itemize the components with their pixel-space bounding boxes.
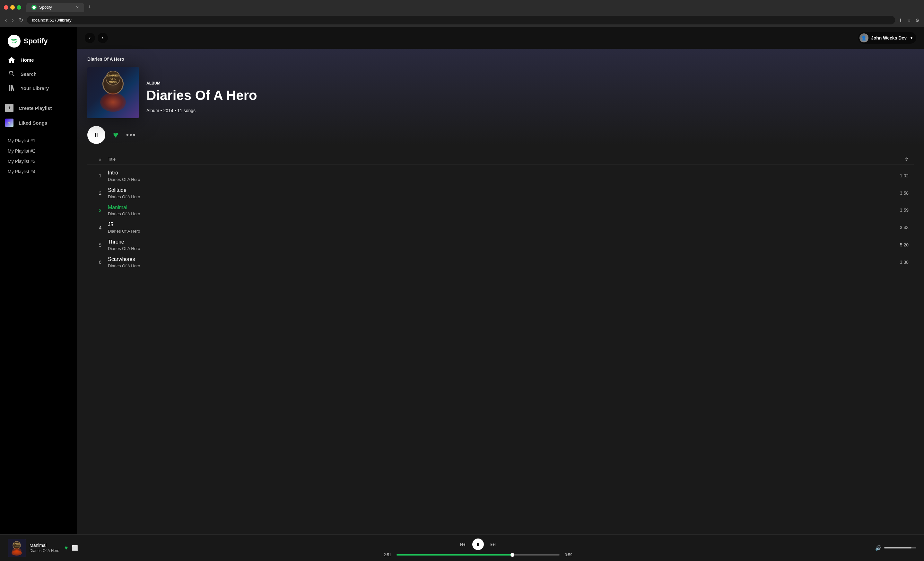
album-more-button[interactable]: ••• (126, 131, 136, 140)
player-album-thumbnail: DIARIES OF A HERO (8, 539, 26, 557)
player-controls: ⏮ ⏸ ⏭ 2:51 3:59 (103, 538, 854, 557)
album-type: Album (146, 81, 914, 86)
svg-text:OF A HERO: OF A HERO (13, 545, 20, 547)
sidebar-playlist-3[interactable]: My Playlist #3 (0, 156, 77, 167)
skip-next-icon: ⏭ (490, 541, 496, 547)
main-header: ‹ › 👤 John Weeks Dev ▾ (77, 27, 924, 49)
reload-button[interactable]: ↻ (18, 16, 24, 24)
maximize-traffic-light[interactable] (17, 5, 21, 10)
track-row[interactable]: 1 Intro Diaries Of A Hero 1:02 (87, 167, 914, 184)
svg-point-12 (12, 550, 22, 555)
track-duration-6: 3:38 (883, 260, 909, 265)
tab-close-button[interactable]: ✕ (76, 5, 79, 10)
address-bar-row: ‹ › ↻ ⬇ ☆ ⚙ (0, 15, 924, 27)
close-traffic-light[interactable] (4, 5, 8, 10)
user-name: John Weeks Dev (871, 35, 907, 41)
user-avatar-inner: 👤 (860, 33, 868, 42)
svg-text:HERO: HERO (109, 80, 117, 83)
track-album-1: Diaries Of A Hero (108, 177, 883, 182)
album-year: 2014 (163, 108, 173, 113)
user-profile[interactable]: 👤 John Weeks Dev ▾ (858, 32, 916, 44)
sidebar-item-home[interactable]: Home (3, 53, 75, 67)
more-icon: ••• (126, 131, 136, 139)
progress-bar[interactable] (396, 554, 560, 555)
album-page: Diaries Of A Hero DIARIES OF A HERO Albu… (77, 49, 924, 278)
track-row-5[interactable]: 5 Throne Diaries Of A Hero 5:20 (87, 236, 914, 254)
liked-songs-label: Liked Songs (19, 120, 47, 126)
player-track-details: Manimal Diaries Of A Hero (30, 543, 59, 553)
track-num-2: 2 (93, 190, 108, 196)
user-dropdown-icon: ▾ (910, 36, 912, 40)
track-list: # Title ⏱ 1 Intro Diaries Of A Hero 1:02… (87, 154, 914, 271)
home-icon (8, 56, 15, 64)
traffic-lights (4, 5, 21, 10)
track-duration-2: 3:58 (883, 191, 909, 196)
nav-arrows: ‹ › (85, 33, 108, 43)
player-track-info: DIARIES OF A HERO Manimal Diaries Of A H… (8, 539, 98, 557)
header-col-duration: ⏱ (883, 157, 909, 162)
address-bar[interactable] (27, 16, 895, 24)
sidebar-liked-songs[interactable]: ♥ Liked Songs (0, 115, 77, 130)
svg-point-0 (32, 6, 36, 9)
sidebar-nav: Home Search Your Library (0, 53, 77, 95)
back-button[interactable]: ‹ (4, 16, 8, 24)
sidebar-home-label: Home (21, 57, 34, 63)
skip-next-button[interactable]: ⏭ (490, 541, 496, 548)
forward-button[interactable]: › (10, 16, 15, 24)
track-album-6: Diaries Of A Hero (108, 263, 883, 268)
browser-icons: ⬇ ☆ ⚙ (898, 17, 920, 23)
minimize-traffic-light[interactable] (10, 5, 15, 10)
extensions-icon[interactable]: ⚙ (914, 17, 920, 23)
player-like-button[interactable]: ♥ (64, 544, 68, 551)
nav-forward-button[interactable]: › (98, 33, 108, 43)
library-icon (8, 84, 15, 92)
svg-text:OF A: OF A (111, 78, 116, 80)
track-row-4[interactable]: 4 J5 Diaries Of A Hero 3:43 (87, 219, 914, 236)
album-song-count: 11 songs (177, 108, 195, 113)
track-row-6[interactable]: 6 Scarwhores Diaries Of A Hero 3:38 (87, 254, 914, 271)
player-play-pause-button[interactable]: ⏸ (472, 538, 484, 550)
volume-icon: 🔊 (875, 545, 882, 551)
track-row-2[interactable]: 2 Solitude Diaries Of A Hero 3:58 (87, 184, 914, 202)
track-title-4: J5 (108, 221, 883, 228)
tab-favicon (32, 5, 37, 10)
sidebar-item-library[interactable]: Your Library (3, 81, 75, 95)
tab-title: Spotify (39, 5, 52, 10)
star-icon[interactable]: ☆ (906, 17, 912, 23)
skip-previous-button[interactable]: ⏮ (460, 541, 466, 548)
sidebar-playlist-4[interactable]: My Playlist #4 (0, 167, 77, 177)
download-icon[interactable]: ⬇ (898, 17, 903, 23)
svg-text:DIARIES: DIARIES (107, 74, 119, 77)
track-title-1: Intro (108, 170, 883, 176)
volume-section: 🔊 (858, 545, 916, 551)
elapsed-time: 2:51 (382, 553, 393, 557)
track-info-5: Throne Diaries Of A Hero (108, 239, 883, 251)
heart-icon: ♥ (113, 130, 118, 140)
volume-bar[interactable] (884, 547, 916, 549)
player-buttons: ⏮ ⏸ ⏭ (460, 538, 496, 550)
sidebar-playlist-2[interactable]: My Playlist #2 (0, 146, 77, 156)
skip-prev-icon: ⏮ (460, 541, 466, 547)
new-tab-button[interactable]: + (86, 3, 94, 12)
player-track-album: Diaries Of A Hero (30, 549, 59, 553)
player-bar: DIARIES OF A HERO Manimal Diaries Of A H… (0, 534, 924, 561)
player-pause-icon: ⏸ (476, 542, 480, 547)
track-album-3: Diaries Of A Hero (108, 211, 883, 216)
sidebar-playlist-1[interactable]: My Playlist #1 (0, 135, 77, 146)
player-track-name: Manimal (30, 543, 59, 548)
album-like-button[interactable]: ♥ (113, 130, 118, 140)
app-container: Spotify Home Search Your Library (0, 27, 924, 534)
track-info-3: Manimal Diaries Of A Hero (108, 205, 883, 217)
album-title: Diaries Of A Hero (146, 88, 914, 103)
album-play-pause-button[interactable]: ⏸ (87, 126, 105, 144)
browser-tab-spotify[interactable]: Spotify ✕ (26, 3, 84, 12)
track-row-3[interactable]: 3 Manimal Diaries Of A Hero 3:59 (87, 202, 914, 219)
player-screen-button[interactable]: ⬜ (72, 545, 78, 551)
sidebar-item-search[interactable]: Search (3, 67, 75, 81)
nav-back-button[interactable]: ‹ (85, 33, 95, 43)
svg-point-1 (8, 35, 21, 48)
clock-icon: ⏱ (904, 157, 909, 162)
sidebar-create-playlist[interactable]: + Create Playlist (0, 101, 77, 115)
player-heart-icon: ♥ (64, 544, 68, 551)
track-list-header: # Title ⏱ (87, 154, 914, 164)
